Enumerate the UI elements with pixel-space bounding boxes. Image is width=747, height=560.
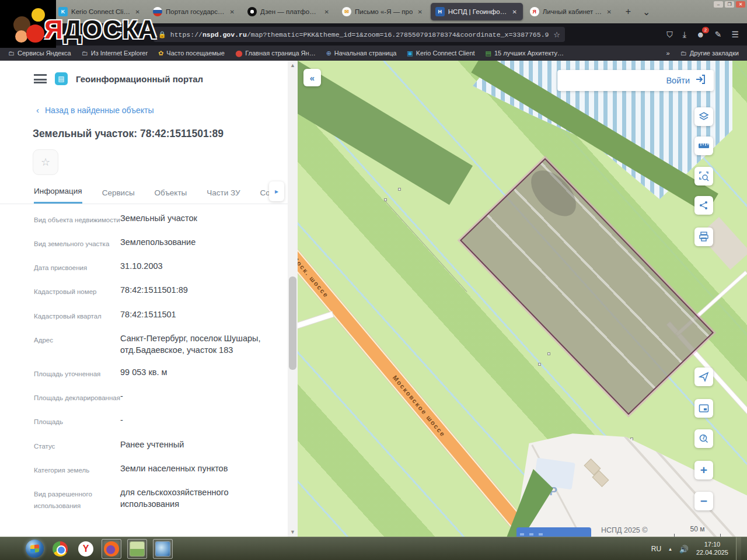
tab-nspd-active[interactable]: Н НСПД | Геоинформ… ✕ (431, 3, 523, 20)
tab-title: Письмо «-Я — про (355, 8, 413, 15)
bookmark-item[interactable]: 🗀Сервисы Яндекса (8, 50, 71, 57)
folder-icon: 🗀 (8, 50, 15, 57)
map-canvas[interactable]: Моск. шоссе Московское шоссе P НСПД 2025… (298, 61, 747, 537)
overview-map-button[interactable] (694, 399, 713, 418)
gear-icon: ✿ (158, 50, 163, 57)
search-globe-button[interactable] (694, 429, 713, 448)
address-bar[interactable]: 🔒 https://nspd.gov.ru/map?thematic=PKK&t… (153, 27, 565, 42)
hamburger-menu-icon[interactable] (34, 74, 47, 83)
show-desktop-button[interactable] (736, 537, 741, 560)
media-app-icon[interactable] (153, 539, 173, 559)
language-indicator[interactable]: RU (651, 545, 661, 553)
scale-bar: 50 м (674, 525, 721, 537)
cadastral-marker (398, 188, 401, 191)
geoportal-logo-icon: ▤ (55, 72, 68, 85)
mail-favicon: ✉ (342, 7, 351, 16)
map-widget-partial[interactable] (516, 527, 591, 537)
tab-close-icon[interactable]: ✕ (229, 9, 236, 15)
tab-close-icon[interactable]: ✕ (416, 9, 423, 15)
bookmark-item[interactable]: ▤15 лучших Архитекту… (486, 50, 564, 57)
firefox-icon[interactable] (102, 539, 121, 559)
tab-mail[interactable]: ✉ Письмо «-Я — про ✕ (337, 3, 428, 20)
volume-icon[interactable]: 🔊 (679, 545, 689, 554)
menu-icon[interactable]: ☰ (731, 30, 739, 39)
favorite-star-button[interactable]: ☆ (33, 149, 58, 175)
edit-icon[interactable]: ✎ (715, 30, 722, 39)
identify-area-button[interactable] (694, 167, 713, 186)
chevron-left-icon: ‹ (36, 105, 39, 115)
cadastral-marker (538, 363, 541, 366)
taskbar: Y RU ▴ 🔊 17:1022.04.2025 (0, 537, 747, 560)
info-row: Площадь уточненная99 053 кв. м (34, 366, 276, 380)
share-button[interactable] (694, 196, 713, 215)
bookmark-item[interactable]: ⊕Начальная страница (326, 50, 397, 57)
start-button[interactable] (25, 539, 44, 559)
login-bar[interactable]: Войти (557, 70, 714, 91)
tab-parts[interactable]: Части ЗУ (207, 188, 240, 204)
tab-close-icon[interactable]: ✕ (511, 9, 518, 15)
bookmark-item[interactable]: ⬤Главная страница Ян… (235, 50, 316, 57)
close-button[interactable]: ✕ (736, 1, 745, 8)
maximize-button[interactable]: ❐ (725, 1, 734, 8)
tab-lk[interactable]: Я Личный кабинет «П ✕ (525, 3, 617, 20)
bookmark-item[interactable]: ▣Kerio Connect Client (407, 50, 474, 57)
watermark-brand: ЯДОСКА (44, 15, 158, 44)
back-link[interactable]: ‹ Назад в найденные объекты (0, 85, 288, 115)
info-row: Дата присвоения31.10.2003 (34, 260, 276, 274)
scroll-up-icon[interactable]: ▲ (288, 61, 298, 70)
collapse-panel-button[interactable]: « (303, 69, 321, 86)
tabs-scroll-right-button[interactable]: ▸ (269, 181, 284, 201)
yandex-browser-icon[interactable]: Y (76, 539, 96, 559)
zoom-out-button[interactable]: − (694, 492, 713, 510)
info-row: АдресСанкт-Петербург, поселок Шушары, от… (34, 332, 276, 356)
tab-dzen[interactable]: Дзен — платформа ✕ (243, 3, 335, 20)
field-list: Вид объекта недвижимостиЗемельный участо… (0, 204, 288, 512)
cadastral-marker (384, 198, 387, 201)
cadastral-line (385, 201, 467, 292)
nspd-favicon: Н (435, 7, 445, 16)
login-label: Войти (666, 76, 690, 85)
parcel-vegetation-patch (523, 162, 585, 225)
info-row: Вид разрешенного использованиядля сельск… (34, 487, 276, 512)
photos-app-icon[interactable] (127, 539, 147, 559)
bookmark-star-icon[interactable]: ☆ (553, 30, 560, 39)
selected-parcel-78-42-1511501-89[interactable] (460, 158, 714, 415)
tab-objects[interactable]: Объекты (155, 188, 187, 204)
clock[interactable]: 17:1022.04.2025 (696, 541, 728, 557)
tab-list-button[interactable]: ⌄ (643, 6, 650, 18)
download-icon[interactable]: ⤓ (683, 30, 686, 40)
layers-button[interactable] (694, 107, 713, 126)
info-row: Категория земельЗемли населенных пунктов (34, 463, 276, 476)
tab-close-icon[interactable]: ✕ (134, 9, 141, 15)
bookmark-item[interactable]: 🗀Из Internet Explorer (82, 50, 148, 57)
panel-scrollbar[interactable]: ▲ ▼ (288, 61, 298, 537)
measure-ruler-button[interactable] (694, 136, 713, 155)
tab-close-icon[interactable]: ✕ (605, 9, 612, 15)
scroll-down-icon[interactable]: ▼ (288, 527, 298, 537)
globe-icon: ⊕ (326, 50, 331, 57)
zoom-in-button[interactable]: + (694, 461, 713, 480)
minimize-button[interactable]: – (714, 1, 723, 8)
bookmarks-overflow-button[interactable]: » (666, 50, 670, 57)
date: 22.04.2025 (696, 549, 728, 556)
other-bookmarks-button[interactable]: 🗀Другие закладки (680, 50, 739, 57)
tray-expand-icon[interactable]: ▴ (669, 546, 672, 552)
logo-dot-peach (15, 30, 27, 43)
locate-me-button[interactable] (694, 368, 713, 386)
tab-title: Личный кабинет «П (543, 8, 602, 15)
tab-gosuslugi[interactable]: Портал государстве ✕ (148, 3, 240, 20)
tab-services[interactable]: Сервисы (102, 188, 135, 204)
scrollbar-thumb[interactable] (289, 276, 296, 370)
tab-information[interactable]: Информация (34, 187, 82, 204)
pocket-icon[interactable]: ⛉ (666, 30, 673, 40)
new-tab-button[interactable]: + (626, 6, 631, 17)
profile-icon[interactable]: ☻2 (696, 30, 705, 39)
info-row: Кадастровый квартал78:42:1511501 (34, 309, 276, 322)
ramp-road (298, 312, 333, 329)
bookmark-item[interactable]: ✿Часто посещаемые (158, 50, 225, 57)
doc-icon: ▤ (486, 50, 491, 57)
tab-close-icon[interactable]: ✕ (323, 9, 330, 15)
folder-icon: 🗀 (680, 50, 687, 57)
chrome-icon[interactable] (50, 539, 70, 559)
print-button[interactable] (694, 228, 713, 246)
